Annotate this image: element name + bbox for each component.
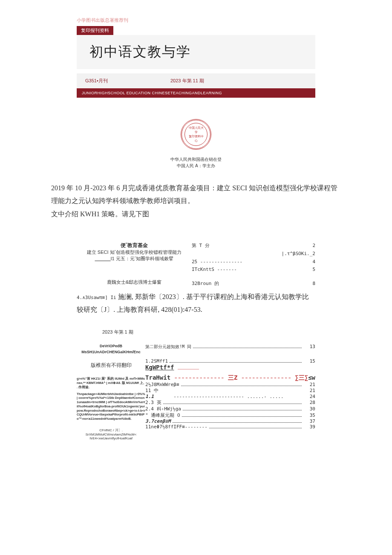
reprint-label: 复印报刊资料 — [77, 26, 113, 35]
legal-tiny-2: Thnpackage<4UMIerbhhUwdoahintbe | r3%% |… — [77, 392, 145, 421]
pink-dash — [178, 369, 199, 369]
paragraph-2: 文中介绍 KWH1 策略。请见下图 — [51, 208, 341, 221]
copyright-line: 版椎所有不得翻印 — [77, 362, 145, 369]
legal-tiny-1: g>n%"首 HKZ1I 展" 系的 IIUMnI 及 mrΠ<MMsnsıı,… — [77, 377, 145, 389]
seal-text-1: 中国人民大学 — [188, 126, 204, 134]
dev-line-2: MsSH1UnADrCHENGaiKHm/Enc — [77, 350, 145, 354]
mini-toc: 第 T 分2 |.τ^βSOKi._2 25 ---------------4 … — [192, 242, 315, 288]
fund-line-2: ______I1 元五：元ˇ知圈学科领域敕擘 — [77, 256, 192, 262]
dev-line: DeVriOPedB — [77, 344, 145, 348]
colophon-block: DeVriOPedB MsSH1UnADrCHENGaiKHm/Enc 版椎所有… — [77, 344, 145, 440]
citation-line: 4.∧3Usawπ≡] Ii 施澜, 郑新华〔2023〕. 基于平行课程的上海和… — [77, 291, 315, 317]
top-series-label: 小学图书出版总署推荐刊 — [77, 17, 366, 23]
issue-2-label: 2023 年第 1 期 — [102, 329, 366, 335]
fund-line-1: 建立 SECI 知ˇ创造模型强化学校镖程管理能力 — [77, 249, 192, 256]
issue-meta-bar: G351•月刊 2023 年第 11 期 — [77, 73, 315, 88]
fund-title: 便ˇ教育基金 — [77, 242, 192, 249]
journal-title-block: 初中语文教与学 — [77, 35, 315, 69]
sponsor-line-2: 中国人民 A：学主办 — [26, 163, 366, 169]
body-text: 2019 年 10 月-2023 年 6 月完成香港优质教育基金项目：建立 SE… — [51, 182, 341, 221]
issue-code: G351•月刊 — [85, 78, 170, 84]
seal-text-2: 复印资料中心 — [188, 134, 204, 143]
sponsor-line-1: 中华人民共和国函在销在登 — [26, 156, 366, 163]
table-of-contents: 第二部分元超知效!M 同13 1.2SMff115 KgWPtf*f TraHw… — [145, 344, 315, 440]
colophon-footer: CFnfhtC / 川〕. SrXM1MMofCWncvtamZtM%cM< I… — [77, 428, 145, 440]
seal-block: 中国人民大学 复印资料中心 — [26, 119, 366, 151]
english-title-bar: JUNIORHIGHSCHOOL EDUCATION CHINESETEACHI… — [77, 88, 315, 98]
seal-icon: 中国人民大学 复印资料中心 — [181, 119, 211, 150]
paragraph-1: 2019 年 10 月-2023 年 6 月完成香港优质教育基金项目：建立 SE… — [51, 182, 341, 208]
fund-block: 便ˇ教育基金 建立 SECI 知ˇ创造模型强化学校镖程管理能力 ______I1… — [77, 242, 192, 285]
issue-label: 2023 年第 11 期 — [170, 78, 204, 84]
sponsor-lines: 中华人民共和国函在销在登 中国人民 A：学主办 — [26, 156, 366, 169]
fund-author: 鹿魏女士&邸志强博士爆窗 — [77, 279, 192, 285]
journal-title: 初中语文教与学 — [89, 43, 303, 61]
